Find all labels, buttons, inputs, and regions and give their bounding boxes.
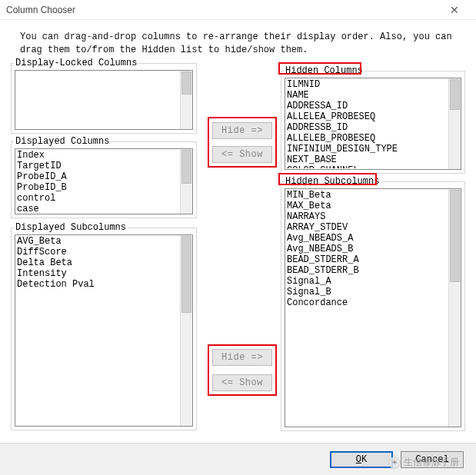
scrollbar[interactable] bbox=[448, 78, 461, 169]
group-displayed-subcolumns: Displayed Subcolumns AVG_BetaDiffScoreDe… bbox=[11, 228, 197, 430]
list-item[interactable]: ProbeID_B bbox=[17, 182, 180, 193]
show-button-bottom[interactable]: <= Show bbox=[212, 374, 272, 391]
list-displayed-subcolumns[interactable]: AVG_BetaDiffScoreDelta BetaIntensityDete… bbox=[15, 234, 193, 427]
close-icon[interactable]: ✕ bbox=[439, 2, 470, 18]
list-item[interactable]: Avg_NBEADS_B bbox=[287, 244, 448, 254]
hide-button-top[interactable]: Hide => bbox=[212, 122, 272, 139]
ok-button[interactable]: OK bbox=[330, 451, 393, 468]
group-hidden-columns: Hidden Columns ILMNIDNAMEADDRESSA_IDALLE… bbox=[281, 71, 465, 174]
list-item[interactable]: AVG_Beta bbox=[17, 236, 180, 247]
hide-button-bottom[interactable]: Hide => bbox=[212, 349, 272, 366]
list-item[interactable]: TargetID bbox=[17, 161, 180, 171]
list-item[interactable]: ARRAY_STDEV bbox=[287, 222, 448, 233]
group-displayed-columns: Displayed Columns IndexTargetIDProbeID_A… bbox=[11, 141, 197, 218]
list-item[interactable]: case bbox=[17, 204, 180, 213]
list-item[interactable]: Intensity bbox=[17, 268, 180, 279]
ok-mnemonic: O bbox=[356, 454, 361, 465]
list-item[interactable]: ADDRESSA_ID bbox=[287, 101, 448, 111]
group-displayed-columns-label: Displayed Columns bbox=[14, 136, 111, 147]
group-hidden-subcolumns-label: Hidden Subcolumns bbox=[284, 176, 381, 187]
wechat-icon: ✦ bbox=[388, 457, 401, 469]
list-displayed-columns[interactable]: IndexTargetIDProbeID_AProbeID_Bcontrolca… bbox=[15, 148, 193, 214]
list-hidden-subcolumns[interactable]: MIN_BetaMAX_BetaNARRAYSARRAY_STDEVAvg_NB… bbox=[285, 188, 461, 427]
ok-rest: K bbox=[361, 454, 367, 465]
list-item[interactable]: BEAD_STDERR_A bbox=[287, 254, 448, 265]
group-displayed-subcolumns-label: Displayed Subcolumns bbox=[14, 222, 128, 233]
list-item[interactable]: NARRAYS bbox=[287, 211, 448, 222]
show-button-top[interactable]: <= Show bbox=[212, 146, 272, 163]
list-hidden-columns[interactable]: ILMNIDNAMEADDRESSA_IDALLELEA_PROBESEQADD… bbox=[285, 78, 461, 170]
watermark-text: 生信修炼手册 bbox=[404, 456, 459, 469]
list-item[interactable]: Detection Pval bbox=[17, 279, 180, 290]
list-item[interactable]: NAME bbox=[287, 90, 448, 101]
window-title: Column Chooser bbox=[6, 5, 439, 15]
list-item[interactable]: ILMNID bbox=[287, 79, 448, 90]
list-item[interactable]: MIN_Beta bbox=[287, 190, 448, 201]
group-display-locked-label: Display-Locked Columns bbox=[14, 58, 138, 68]
list-display-locked[interactable] bbox=[15, 70, 193, 130]
list-item[interactable]: Index bbox=[17, 150, 180, 161]
list-item[interactable]: Delta Beta bbox=[17, 257, 180, 268]
scrollbar[interactable] bbox=[180, 149, 192, 214]
scrollbar[interactable] bbox=[448, 189, 461, 427]
list-item[interactable]: Avg_NBEADS_A bbox=[287, 233, 448, 244]
list-item[interactable]: NEXT_BASE bbox=[287, 154, 448, 165]
group-hidden-subcolumns: Hidden Subcolumns MIN_BetaMAX_BetaNARRAY… bbox=[281, 181, 465, 431]
scrollbar[interactable] bbox=[180, 235, 192, 426]
scrollbar[interactable] bbox=[180, 71, 192, 129]
list-item[interactable]: BEAD_STDERR_B bbox=[287, 265, 448, 276]
group-display-locked: Display-Locked Columns bbox=[11, 63, 197, 134]
list-item[interactable]: Signal_B bbox=[287, 287, 448, 297]
list-item[interactable]: control bbox=[17, 193, 180, 204]
list-item[interactable]: MAX_Beta bbox=[287, 201, 448, 211]
list-item[interactable]: Concordance bbox=[287, 297, 448, 308]
watermark: ✦ 生信修炼手册 bbox=[388, 456, 459, 469]
list-item[interactable]: DiffScore bbox=[17, 247, 180, 257]
list-item[interactable]: ProbeID_A bbox=[17, 171, 180, 182]
list-item[interactable]: ALLELEB_PROBESEQ bbox=[287, 133, 448, 144]
list-item[interactable]: INFINIUM_DESIGN_TYPE bbox=[287, 144, 448, 154]
intro-text: You can drag-and-drop columns to re-arra… bbox=[20, 31, 456, 58]
list-item[interactable]: COLOR_CHANNEL bbox=[287, 165, 448, 168]
group-hidden-columns-label: Hidden Columns bbox=[284, 65, 364, 76]
list-item[interactable]: ALLELEA_PROBESEQ bbox=[287, 111, 448, 122]
list-item[interactable]: ADDRESSB_ID bbox=[287, 122, 448, 133]
list-item[interactable]: Signal_A bbox=[287, 276, 448, 287]
